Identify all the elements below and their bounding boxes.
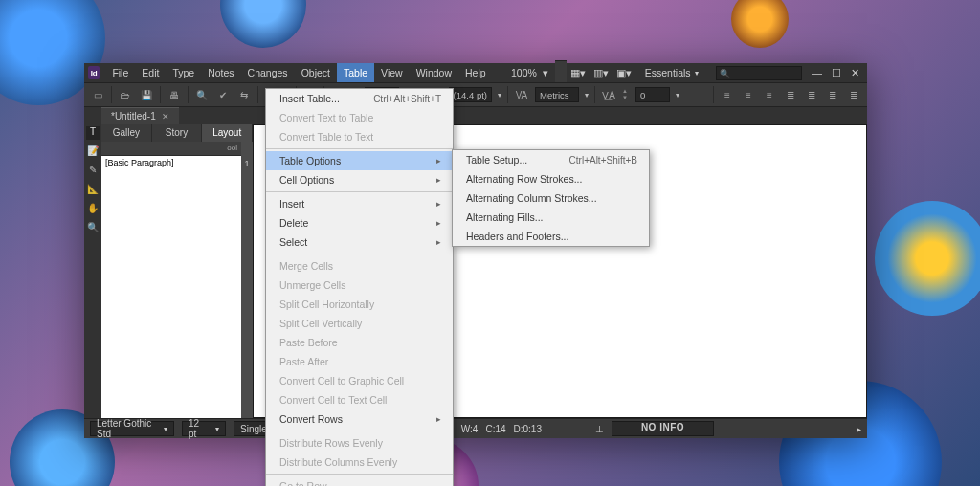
page-icon[interactable]: ▭ (90, 87, 105, 102)
decoration (875, 201, 980, 316)
align-center-icon[interactable]: ≡ (741, 87, 756, 102)
menu-convert-table-to-text[interactable]: Convert Table to Text (266, 127, 453, 146)
kerning-icon: VA (514, 87, 529, 102)
decoration (731, 0, 789, 48)
paragraph-style-cell[interactable]: [Basic Paragraph] (101, 156, 241, 418)
submenu-alt-fills[interactable]: Alternating Fills... (453, 208, 649, 227)
menu-convert-text-to-table[interactable]: Convert Text to Table (266, 108, 453, 127)
duration: D:0:13 (514, 424, 542, 434)
menu-edit[interactable]: Edit (135, 63, 166, 82)
shortcut-label: Ctrl+Alt+Shift+B (541, 155, 637, 166)
bridge-icon[interactable]: ▦▾ (567, 67, 590, 78)
justify-right-icon[interactable]: ≣ (825, 87, 840, 102)
submenu-headers-footers[interactable]: Headers and Footers... (453, 227, 649, 246)
measure-tool-icon[interactable]: 📐 (86, 184, 100, 197)
panel-column-header: ool (101, 142, 241, 156)
document-tabs: *Untitled-1 ✕ (84, 107, 867, 124)
depth-icon: ⊥ (595, 424, 604, 434)
type-tool-icon[interactable]: T (86, 126, 100, 140)
close-tab-icon[interactable]: ✕ (162, 112, 169, 122)
align-left-icon[interactable]: ≡ (720, 87, 735, 102)
menu-convert-to-graphic-cell[interactable]: Convert Cell to Graphic Cell (266, 371, 453, 390)
align-right-icon[interactable]: ≡ (762, 87, 777, 102)
save-icon[interactable]: 💾 (139, 87, 154, 102)
menu-window[interactable]: Window (410, 63, 458, 82)
open-icon[interactable]: 🗁 (118, 87, 133, 102)
tracking-field[interactable]: 0 (635, 87, 670, 102)
font-size-select[interactable]: 12 pt (182, 421, 226, 436)
font-family-select[interactable]: Letter Gothic Std (90, 421, 174, 436)
menu-cell-options[interactable]: Cell Options (266, 170, 453, 189)
minimize-button[interactable]: — (812, 67, 822, 79)
menu-split-horizontal[interactable]: Split Cell Horizontally (266, 295, 453, 314)
story-panel: Galley Story Layout ool [Basic Paragraph… (101, 124, 253, 418)
zoom-level[interactable]: 100% ▾ (504, 63, 555, 82)
app-icon: Id (88, 66, 100, 79)
view-options-icon[interactable]: ▥▾ (590, 67, 612, 78)
menu-view[interactable]: View (374, 63, 410, 82)
line-number-gutter: 1 (241, 142, 253, 418)
maximize-button[interactable]: ☐ (832, 67, 841, 79)
leading-field[interactable]: (14.4 pt) (449, 87, 492, 102)
spellcheck-icon[interactable]: ✔ (215, 87, 231, 102)
find-icon[interactable]: 🔍 (194, 87, 210, 102)
menu-paste-before[interactable]: Paste Before (266, 333, 453, 352)
zoom-value: 100% (511, 67, 537, 78)
submenu-table-setup[interactable]: Table Setup...Ctrl+Alt+Shift+B (453, 150, 649, 169)
submenu-alt-row-strokes[interactable]: Alternating Row Strokes... (453, 169, 649, 188)
search-input[interactable]: 🔍 (716, 66, 802, 80)
status-bar: Letter Gothic Std 12 pt Singlespace 📊 L:… (84, 418, 867, 438)
tab-galley[interactable]: Galley (101, 124, 152, 142)
menu-table[interactable]: Table (337, 63, 374, 82)
eyedropper-tool-icon[interactable]: ✎ (86, 165, 100, 178)
step-icon[interactable]: ▲▼ (622, 88, 630, 101)
workspace-switcher[interactable]: Essentials▾ (635, 67, 708, 78)
menu-notes[interactable]: Notes (201, 63, 240, 82)
table-options-submenu: Table Setup...Ctrl+Alt+Shift+B Alternati… (452, 149, 650, 247)
menu-convert-rows[interactable]: Convert Rows (266, 409, 453, 429)
menu-distribute-columns[interactable]: Distribute Columns Evenly (266, 453, 453, 472)
menu-table-options[interactable]: Table Options (266, 151, 453, 170)
control-panel: ▭ 🗁 💾 🖶 🔍 ✔ ⇆ ¶ A T̂ ▲▼ 12 pt▾ Ā ▲▼ (14.… (84, 82, 867, 107)
screen-mode-icon[interactable]: ▣▾ (612, 67, 635, 78)
menu-go-to-row[interactable]: Go to Row... (266, 476, 453, 486)
justify-full-icon[interactable]: ≣ (846, 87, 861, 102)
menu-paste-after[interactable]: Paste After (266, 352, 453, 371)
menu-select[interactable]: Select (266, 232, 453, 252)
menu-merge-cells[interactable]: Merge Cells (266, 256, 453, 276)
justify-center-icon[interactable]: ≣ (804, 87, 819, 102)
justify-left-icon[interactable]: ≣ (783, 87, 798, 102)
decoration (220, 0, 306, 48)
desktop-background: Id File Edit Type Notes Changes Object T… (0, 0, 980, 486)
close-button[interactable]: ✕ (851, 67, 859, 79)
print-icon[interactable]: 🖶 (167, 87, 182, 102)
document-tab[interactable]: *Untitled-1 ✕ (101, 107, 179, 124)
menu-unmerge-cells[interactable]: Unmerge Cells (266, 276, 453, 295)
menu-convert-to-text-cell[interactable]: Convert Cell to Text Cell (266, 390, 453, 409)
info-readout: NO INFO (612, 421, 714, 436)
menu-delete[interactable]: Delete (266, 213, 453, 232)
view-mode-tabs: Galley Story Layout (101, 124, 253, 142)
track-changes-icon[interactable]: ⇆ (236, 87, 252, 102)
menu-distribute-rows[interactable]: Distribute Rows Evenly (266, 433, 453, 453)
panel-toggle-icon[interactable]: ▸ (857, 424, 861, 434)
left-tool-tray: T 📝 ✎ 📐 ✋ 🔍 (84, 124, 101, 418)
menu-file[interactable]: File (105, 63, 135, 82)
kerning-field[interactable]: Metrics (535, 87, 579, 102)
menu-insert[interactable]: Insert (266, 194, 453, 213)
note-tool-icon[interactable]: 📝 (86, 145, 100, 159)
shortcut-label: Ctrl+Alt+Shift+T (345, 94, 441, 104)
zoom-tool-icon[interactable]: 🔍 (86, 222, 100, 235)
menu-changes[interactable]: Changes (241, 63, 295, 82)
menu-help[interactable]: Help (458, 63, 493, 82)
submenu-alt-col-strokes[interactable]: Alternating Column Strokes... (453, 188, 649, 208)
content-area: T 📝 ✎ 📐 ✋ 🔍 Galley Story Layout ool [Bas… (84, 124, 867, 418)
menu-insert-table[interactable]: Insert Table...Ctrl+Alt+Shift+T (266, 89, 453, 108)
hand-tool-icon[interactable]: ✋ (86, 203, 100, 216)
menu-split-vertical[interactable]: Split Cell Vertically (266, 314, 453, 333)
menu-type[interactable]: Type (166, 63, 201, 82)
menu-object[interactable]: Object (295, 63, 337, 82)
workspace-label: Essentials (645, 67, 691, 78)
tab-story[interactable]: Story (152, 124, 203, 142)
tab-layout[interactable]: Layout (202, 124, 253, 142)
